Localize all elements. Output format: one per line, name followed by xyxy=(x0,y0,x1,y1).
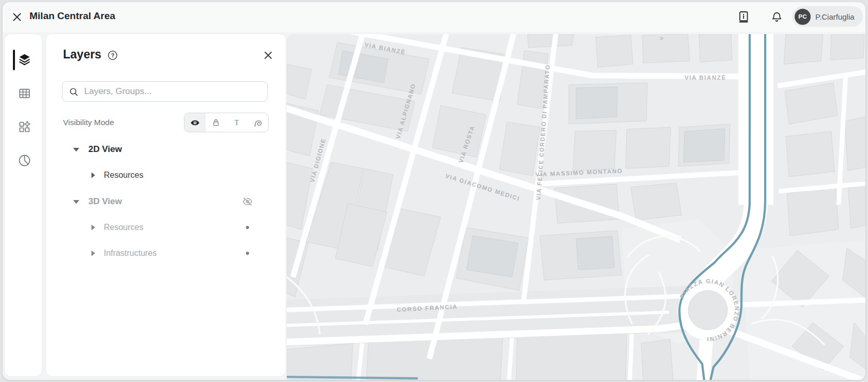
layers-panel-title: Layers xyxy=(63,48,101,62)
layers-search xyxy=(62,81,268,102)
help-icon: ? xyxy=(107,50,118,60)
swirl-icon xyxy=(253,118,262,127)
bell-icon xyxy=(770,11,783,24)
status-dot xyxy=(241,247,254,259)
caret-down-icon[interactable] xyxy=(71,197,81,206)
tree-row-2d-resources[interactable]: Resources xyxy=(46,164,286,187)
table-icon xyxy=(18,86,32,100)
tree-item-label: 2D View xyxy=(88,144,122,155)
text-icon: T xyxy=(232,118,241,127)
manual-button[interactable] xyxy=(736,10,751,24)
search-input[interactable] xyxy=(83,86,261,97)
rail-item-data-table[interactable] xyxy=(17,85,32,101)
map-svg: VIA BIANZÈ VIA BIANZÈ VIA DIGIONE VIA AL… xyxy=(287,34,865,380)
caret-right-icon[interactable] xyxy=(88,171,98,180)
tree-row-3d-view[interactable]: 3D View xyxy=(46,190,286,213)
rail-item-charts[interactable] xyxy=(17,152,32,168)
close-project-button[interactable] xyxy=(10,10,24,24)
caret-right-icon[interactable] xyxy=(88,249,98,258)
tree-row-3d-infrastructures[interactable]: Infrastructures xyxy=(46,242,286,265)
tree-item-label: 3D View xyxy=(88,196,122,207)
widgets-icon xyxy=(18,120,32,134)
book-info-icon xyxy=(737,10,750,24)
user-name: P.Ciarfuglia xyxy=(815,12,855,21)
user-menu[interactable]: PC P.Ciarfuglia xyxy=(792,6,863,27)
visibility-mode-lock[interactable] xyxy=(206,113,227,132)
caret-down-icon[interactable] xyxy=(71,145,81,154)
tree-item-label: Infrastructures xyxy=(104,249,157,258)
tree-item-label: Resources xyxy=(104,223,143,232)
search-icon xyxy=(69,87,79,97)
status-dot xyxy=(241,221,254,234)
notifications-button[interactable] xyxy=(769,10,784,24)
layers-panel-close-button[interactable] xyxy=(262,49,274,62)
hidden-layer-button[interactable] xyxy=(241,195,254,208)
close-icon xyxy=(11,11,23,23)
tree-row-3d-resources[interactable]: Resources xyxy=(46,216,286,239)
svg-text:T: T xyxy=(235,119,239,127)
app-window: Milan Central Area PC P.Ciarfuglia xyxy=(3,2,865,380)
pie-chart-icon xyxy=(18,154,32,167)
lock-icon xyxy=(211,118,221,127)
close-icon xyxy=(263,50,273,60)
rail-item-widgets[interactable] xyxy=(17,119,32,134)
layers-help-button[interactable]: ? xyxy=(107,50,118,60)
active-tool-indicator xyxy=(13,50,15,70)
visibility-mode-group: T xyxy=(184,113,269,132)
street-label: VIA BIANZÈ xyxy=(685,74,726,81)
tree-item-label: Resources xyxy=(104,171,143,180)
tree-row-2d-view[interactable]: 2D View xyxy=(46,138,286,161)
visibility-mode-swirl[interactable] xyxy=(247,113,269,132)
visibility-mode-label: Visibility Mode xyxy=(63,118,114,127)
svg-text:?: ? xyxy=(111,52,115,58)
top-bar: Milan Central Area PC P.Ciarfuglia xyxy=(3,2,865,32)
avatar: PC xyxy=(795,9,811,25)
eye-icon xyxy=(190,118,200,128)
rail-item-layers[interactable] xyxy=(17,52,32,67)
tool-rail xyxy=(5,34,42,376)
visibility-mode-eye[interactable] xyxy=(184,113,206,132)
map-canvas[interactable]: VIA BIANZÈ VIA BIANZÈ VIA DIGIONE VIA AL… xyxy=(287,34,865,380)
visibility-mode-text[interactable]: T xyxy=(226,113,247,132)
oneway-arrow: > xyxy=(660,35,664,41)
page-title: Milan Central Area xyxy=(29,10,115,22)
caret-right-icon[interactable] xyxy=(88,223,98,232)
eye-off-icon xyxy=(242,196,253,207)
layers-icon xyxy=(18,53,32,67)
layers-panel: Layers ? Visibility Mode xyxy=(46,34,286,376)
